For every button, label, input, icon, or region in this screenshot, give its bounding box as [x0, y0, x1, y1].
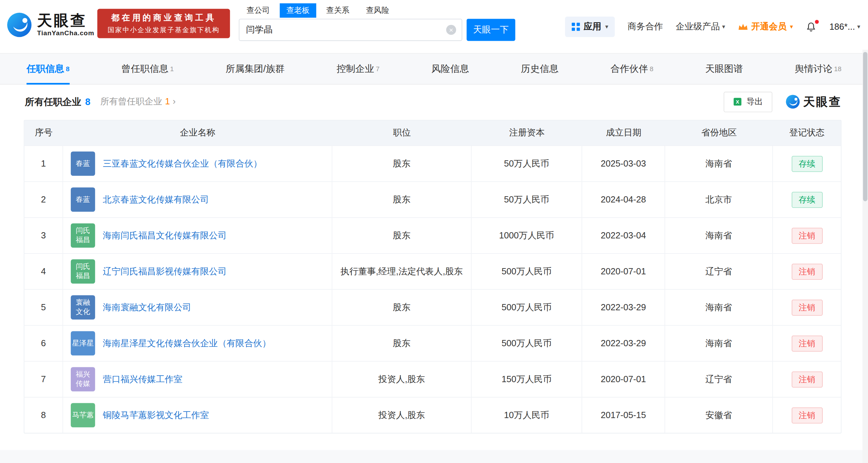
company-link[interactable]: 营口福兴传媒工作室	[103, 374, 182, 385]
column-header: 成立日期	[582, 121, 665, 145]
company-cell: 闫氏福昌海南闫氏福昌文化传媒有限公司	[63, 218, 332, 253]
chevron-down-icon: ▾	[722, 23, 725, 30]
position-cell: 股东	[332, 182, 472, 217]
company-logo: 闫氏福昌	[71, 223, 95, 247]
company-link[interactable]: 铜陵马芊蕙影视文化工作室	[103, 409, 209, 421]
status-cell: 注销	[773, 361, 841, 397]
nav-tab-2[interactable]: 曾任职信息1	[121, 54, 174, 84]
tianyancha-swirl-icon	[7, 12, 32, 38]
column-header: 登记状态	[773, 121, 841, 145]
brand-name: 天眼查	[37, 12, 87, 29]
search-block: 查公司查老板查关系查风险 × 天眼一下	[239, 3, 515, 41]
column-header: 职位	[332, 121, 472, 145]
promo-line2: 国家中小企业发展子基金旗下机构	[108, 25, 220, 35]
table-row: 5寰融文化海南寰融文化有限公司股东500万人民币2022-03-29海南省注销	[24, 289, 841, 325]
position-cell: 执行董事,经理,法定代表人,股东	[332, 254, 472, 289]
company-cell: 马芊蕙铜陵马芊蕙影视文化工作室	[63, 397, 332, 433]
company-cell: 春蓝北京春蓝文化传媒有限公司	[63, 182, 332, 217]
date-cell: 2017-05-15	[582, 397, 665, 433]
phone-label: 186*...	[829, 22, 855, 32]
nav-tab-6[interactable]: 历史信息	[521, 54, 559, 84]
company-logo: 闫氏福昌	[71, 259, 95, 283]
search-tab-4[interactable]: 查风险	[359, 3, 396, 18]
date-cell: 2025-03-03	[582, 146, 665, 181]
status-badge: 注销	[791, 263, 822, 279]
table-body: 1春蓝三亚春蓝文化传媒合伙企业（有限合伙）股东50万人民币2025-03-03海…	[24, 145, 841, 433]
search-button[interactable]: 天眼一下	[466, 19, 515, 41]
company-logo: 寰融文化	[71, 295, 95, 319]
page: 天眼查 TianYanCha.com 都在用的商业查询工具 国家中小企业发展子基…	[0, 0, 868, 463]
nav-tab-3[interactable]: 所属集团/族群	[226, 54, 285, 84]
section-title-text: 所有任职企业	[25, 95, 81, 108]
position-cell: 股东	[332, 290, 472, 325]
positions-table: 序号企业名称职位注册资本成立日期省份地区登记状态 1春蓝三亚春蓝文化传媒合伙企业…	[24, 120, 841, 433]
column-header: 序号	[24, 121, 63, 145]
province-cell: 海南省	[665, 325, 773, 361]
nav-tab-9[interactable]: 舆情讨论18	[795, 54, 841, 84]
column-header: 注册资本	[472, 121, 582, 145]
nav-tab-8[interactable]: 天眼图谱	[705, 54, 743, 84]
vip-label: 开通会员	[751, 21, 786, 33]
date-cell: 2020-07-01	[582, 361, 665, 397]
status-cell: 存续	[773, 182, 841, 217]
company-link[interactable]: 海南闫氏福昌文化传媒有限公司	[103, 230, 227, 242]
company-link[interactable]: 北京春蓝文化传媒有限公司	[103, 194, 209, 206]
status-cell: 注销	[773, 218, 841, 253]
company-link[interactable]: 三亚春蓝文化传媒合伙企业（有限合伙）	[103, 158, 262, 170]
position-cell: 股东	[332, 146, 472, 181]
nav-tab-5[interactable]: 风险信息	[432, 54, 469, 84]
section-title: 所有任职企业 8	[25, 95, 91, 108]
capital-cell: 150万人民币	[472, 361, 582, 397]
status-badge: 注销	[791, 335, 822, 351]
company-logo: 春蓝	[71, 187, 95, 211]
capital-cell: 500万人民币	[472, 290, 582, 325]
site-logo[interactable]: 天眼查 TianYanCha.com	[7, 12, 94, 38]
date-cell: 2022-03-29	[582, 290, 665, 325]
status-cell: 注销	[773, 325, 841, 361]
capital-cell: 50万人民币	[472, 146, 582, 181]
notification-dot	[815, 20, 819, 23]
business-cooperation-link[interactable]: 商务合作	[628, 21, 663, 33]
position-cell: 投资人,股东	[332, 361, 472, 397]
apps-menu[interactable]: 应用 ▾	[565, 17, 615, 37]
status-cell: 注销	[773, 290, 841, 325]
province-cell: 安徽省	[665, 397, 773, 433]
account-phone[interactable]: 186*... ▾	[829, 22, 860, 32]
search-input-wrap: ×	[239, 19, 462, 41]
search-input[interactable]	[239, 19, 462, 40]
company-link[interactable]: 海南星泽星文化传媒合伙企业（有限合伙）	[103, 338, 271, 349]
row-number: 5	[24, 290, 63, 325]
search-tab-1[interactable]: 查公司	[240, 3, 276, 18]
company-link[interactable]: 辽宁闫氏福昌影视传媒有限公司	[103, 266, 227, 277]
nav-tab-4[interactable]: 控制企业7	[337, 54, 379, 84]
scrollbar-thumb[interactable]	[863, 52, 868, 201]
chevron-right-icon: ›	[173, 96, 176, 106]
date-cell: 2024-04-28	[582, 182, 665, 217]
row-number: 2	[24, 182, 63, 217]
scrollbar[interactable]	[862, 50, 868, 463]
company-link[interactable]: 海南寰融文化有限公司	[103, 302, 191, 313]
date-cell: 2022-03-29	[582, 325, 665, 361]
nav-tab-7[interactable]: 合作伙伴8	[611, 54, 653, 84]
nav-tab-1[interactable]: 任职信息8	[27, 54, 69, 84]
footer-strip	[0, 450, 862, 463]
table-row: 6星泽星海南星泽星文化传媒合伙企业（有限合伙）股东500万人民币2022-03-…	[24, 325, 841, 361]
tianyancha-swirl-icon	[786, 95, 800, 109]
vip-membership-link[interactable]: 开通会员 ▾	[738, 21, 793, 33]
position-cell: 股东	[332, 218, 472, 253]
export-button[interactable]: X 导出	[724, 92, 772, 112]
notification-bell-icon[interactable]	[806, 21, 817, 32]
column-header: 省份地区	[665, 121, 773, 145]
enterprise-products-link[interactable]: 企业级产品 ▾	[676, 21, 725, 33]
status-cell: 注销	[773, 254, 841, 289]
section-title-count: 8	[85, 96, 90, 107]
clear-icon[interactable]: ×	[446, 25, 456, 35]
company-logo: 星泽星	[71, 331, 95, 355]
search-tab-2[interactable]: 查老板	[280, 3, 317, 18]
former-positions-link[interactable]: 所有曾任职企业 1 ›	[100, 96, 176, 108]
capital-cell: 50万人民币	[472, 182, 582, 217]
table-row: 3闫氏福昌海南闫氏福昌文化传媒有限公司股东1000万人民币2022-03-04海…	[24, 217, 841, 253]
logo-text: 天眼查 TianYanCha.com	[37, 12, 94, 37]
search-tab-3[interactable]: 查关系	[320, 3, 356, 18]
company-cell: 福兴传媒营口福兴传媒工作室	[63, 361, 332, 397]
